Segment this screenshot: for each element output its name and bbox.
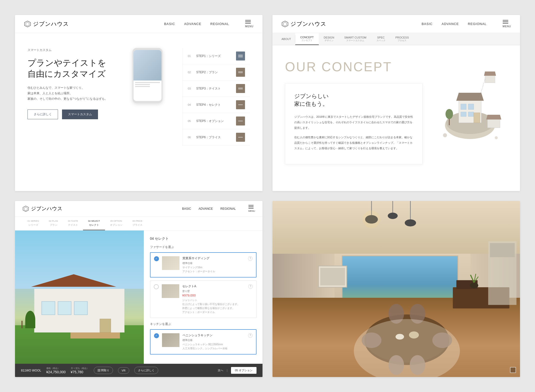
subnav-design[interactable]: DESIGNデザイン [319, 33, 339, 45]
kitchen-section-label: キッチンを選ぶ [150, 322, 256, 326]
subnav-smart-custom[interactable]: SMART CUSTOMスマートカスタム [339, 33, 372, 45]
svg-rect-9 [468, 104, 474, 110]
icon-bar [238, 89, 243, 89]
check-icon-2 [154, 284, 159, 289]
step-bar-6[interactable]: 06 PRICEプライス [128, 216, 148, 230]
help-icon-1[interactable]: ? [248, 256, 252, 261]
floating-house-illustration [435, 60, 505, 150]
nav-advance-1[interactable]: ADVANCE [184, 22, 201, 26]
series-name: 811WO WOOL [21, 369, 41, 372]
monthly-section: 月々支払（税込） ¥75,780 [71, 367, 89, 374]
more-detail-button[interactable]: さらに詳しく [28, 110, 58, 119]
nav-bar-1: ジブンハウス BASIC ADVANCE REGIONAL MENU [15, 15, 262, 33]
option-name-2: セレクトA [182, 284, 245, 288]
concept-heading: ジブンらしい 家に住もう。 [294, 92, 413, 108]
fullscreen-icon[interactable] [510, 367, 516, 373]
svg-rect-10 [461, 112, 466, 116]
nav-bar-2: ジブンハウス BASIC ADVANCE REGIONAL MENU [272, 15, 520, 33]
next-step-button[interactable]: 05 オプション [231, 367, 256, 374]
step-text-3: STEP3：テイスト [196, 86, 232, 91]
nav-regional-3[interactable]: REGIONAL [220, 207, 236, 210]
logo-1[interactable]: ジブンハウス [24, 20, 69, 28]
phone-content [134, 80, 162, 90]
nav-regional-1[interactable]: REGIONAL [210, 22, 229, 26]
nav-basic-1[interactable]: BASIC [164, 22, 175, 26]
svg-marker-23 [24, 207, 28, 210]
select-title: 04 セレクト [150, 236, 256, 241]
facade-option-1[interactable]: ✓ 窯業系サイディング 標準仕様 サイディング16mアクセント：ボーダータイル … [150, 252, 256, 278]
svg-marker-1 [26, 22, 29, 26]
check-icon-kitchen: ✓ [154, 333, 159, 338]
about-label: ABOUT [282, 35, 295, 43]
step-bar-1[interactable]: 01 SERIESシリーズ [22, 216, 44, 230]
kitchen-thumb-img [162, 333, 180, 347]
step-3[interactable]: 03 STEP3：テイスト [183, 80, 250, 97]
option-desc-2: ジョリパット仕上げによって取り扱い不可な場合がございます。外壁によって種類が異な… [182, 298, 245, 314]
kitchen-sub: 標準仕様 [182, 338, 245, 342]
subnav-process[interactable]: PROCESSプロセス [390, 33, 414, 45]
nav-basic-3[interactable]: BASIC [182, 207, 191, 210]
icon-bar [238, 72, 243, 73]
logo-2[interactable]: ジブンハウス [282, 20, 326, 28]
hero-section: スマートカスタム プランやテイストを自由にカスタマイズ 住むひとみんなで、スマー… [15, 33, 262, 160]
concept-right [432, 60, 508, 164]
menu-label-3: MENU [248, 210, 255, 212]
option-thumb-2 [162, 284, 179, 298]
help-icon-2[interactable]: ? [248, 284, 253, 289]
step-text-1: STEP1：シリーズ [196, 54, 232, 58]
svg-point-20 [443, 133, 447, 137]
concept-para-1: ジブンハウスは、2016年に東京でスタートしたデザイン規格住宅ブランドです。高品… [294, 114, 413, 130]
panel-interior-photo [272, 201, 520, 377]
step-2[interactable]: 02 STEP2：プラン [183, 64, 250, 80]
select-options-panel: 04 セレクト ファサードを選ぶ ✓ 窯業系サイディング 標準仕様 サイディング… [144, 230, 262, 376]
step-bar-5[interactable]: 05 OPTIONオプション [105, 216, 128, 230]
step-5[interactable]: 05 STEP5：オプション [183, 113, 250, 129]
step-4[interactable]: 04 STEP4：セレクト [183, 97, 250, 113]
logo-icon-1 [24, 20, 31, 28]
nav-regional-2[interactable]: REGIONAL [468, 22, 486, 26]
icon-bar [238, 88, 243, 88]
logo-text-3: ジブンハウス [31, 205, 62, 212]
help-icon-kitchen[interactable]: ? [248, 333, 252, 338]
smart-custom-button[interactable]: スマートカスタム [62, 110, 98, 119]
concept-para-2: 住む人の個性豊かな素材に対応するシンプルなつくりと、細部にこだわりが詰まる本家。… [294, 134, 413, 151]
hero-desc: 住むひとみんなで、スマートな家づくり。家は本来、人と人とを結ぶ場所。家族の、そし… [28, 85, 112, 102]
nav-advance-3[interactable]: ADVANCE [198, 207, 213, 210]
menu-label-2: MENU [503, 25, 511, 28]
detail-button[interactable]: さらに詳しく [134, 367, 158, 374]
detail-label: さらに詳しく [138, 369, 154, 372]
option-desc-1: サイディング16mアクセント：ボーダータイル [182, 266, 245, 274]
nav-advance-2[interactable]: ADVANCE [442, 22, 459, 26]
nav-links-2: BASIC ADVANCE REGIONAL MENU [422, 20, 511, 28]
hero-steps: 01 STEP1：シリーズ 02 STEP2：プラン 03 STEP3：テイスト [182, 48, 250, 146]
step-1[interactable]: 01 STEP1：シリーズ [183, 48, 250, 64]
floorplan-label: 間取り [101, 369, 109, 372]
subnav-concept[interactable]: CONCEPTコンセプト [295, 33, 319, 45]
step-bar-4[interactable]: 04 SELECTセレクト [83, 216, 105, 230]
step-bar-3[interactable]: 03 TASTEテイスト [63, 216, 83, 230]
menu-icon-3[interactable]: MENU [248, 205, 255, 212]
concept-body: OUR CONCEPT ジブンらしい 家に住もう。 ジブンハウスは、2016年に… [272, 45, 520, 179]
check-icon-1: ✓ [154, 256, 159, 261]
nav-basic-2[interactable]: BASIC [422, 22, 432, 26]
step-icon-5 [236, 116, 245, 126]
logo-3[interactable]: ジブンハウス [22, 205, 62, 212]
subnav-spec[interactable]: SPECスペック [372, 33, 390, 45]
phone-bar-2 [135, 84, 150, 85]
kitchen-option-1[interactable]: ✓ ペニンシュラキッチン 標準仕様 ペニンシュラキッチン 間口3565mm人工大… [150, 329, 256, 354]
step-bar-2[interactable]: 02 PLANプラン [44, 216, 63, 230]
monthly-value: ¥75,780 [71, 370, 89, 374]
menu-icon-1[interactable]: MENU [245, 20, 254, 28]
step-6[interactable]: 06 STEP6：プライス [183, 129, 250, 146]
svg-point-26 [363, 210, 380, 228]
house-photo [15, 230, 144, 376]
option-info-1: 窯業系サイディング 標準仕様 サイディング16mアクセント：ボーダータイル [182, 256, 245, 274]
menu-icon-2[interactable]: MENU [503, 20, 511, 28]
icon-bar [238, 72, 243, 72]
phone-bar-3 [135, 86, 150, 87]
phone-bar-1 [135, 82, 160, 83]
facade-option-2[interactable]: セレクトA 塗り壁 ¥979,000 ジョリパット仕上げによって取り扱い不可な場… [150, 280, 256, 318]
svg-point-21 [495, 136, 498, 139]
vr-button[interactable]: VR [118, 367, 129, 374]
floorplan-button[interactable]: ▦ 間取り [94, 367, 113, 374]
